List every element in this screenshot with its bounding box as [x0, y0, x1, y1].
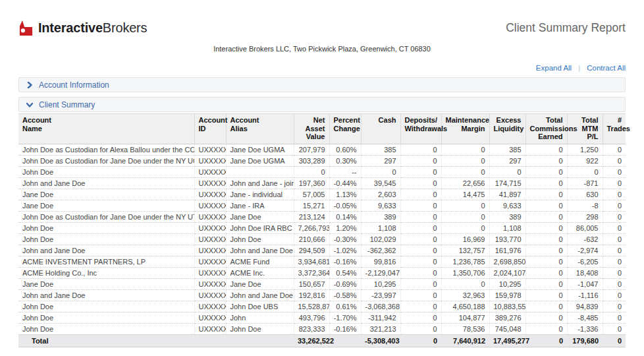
- cell-deposits-withdrawals: 0: [400, 155, 441, 166]
- cell-maintenance-margin: 16,969: [441, 233, 489, 245]
- cell-num-trades: 0: [603, 166, 626, 177]
- cell-percent-change: -0.44%: [329, 177, 361, 189]
- cell-total-mtm-pl: -2,974: [567, 245, 603, 256]
- cell-cash: -2,129,047: [361, 267, 400, 278]
- table-row: John DoeUXXXXXXJohn493,796-1.70%-311,942…: [18, 312, 626, 323]
- cell-net-asset-value: 213,124: [294, 211, 329, 222]
- table-row: John and Jane DoeUXXXXXXJohn and Jane Do…: [18, 245, 626, 256]
- table-row: ACME INVESTMENT PARTNERS, LPUXXXXXXACME …: [18, 256, 626, 267]
- cell-total-mtm-pl: 18,408: [567, 267, 603, 278]
- column-header-total-commissions: Total Commissions Earned: [525, 114, 567, 144]
- cell-total-commissions: 0: [525, 211, 567, 222]
- cell-total-commissions: 0: [525, 301, 567, 312]
- cell-deposits-withdrawals: 0: [400, 200, 441, 211]
- cell-maintenance-margin: 0: [441, 155, 489, 166]
- cell-cash: 9,633: [361, 200, 400, 211]
- cell-deposits-withdrawals: 0: [400, 301, 441, 312]
- cell-total-commissions: 0: [525, 166, 567, 177]
- cell-maintenance-margin: 104,877: [441, 312, 489, 323]
- total-cell-account-id: [194, 334, 226, 347]
- cell-percent-change: 0.61%: [329, 301, 361, 312]
- client-summary-report-page: InteractiveBrokers Client Summary Report…: [0, 17, 644, 347]
- cell-deposits-withdrawals: 0: [400, 144, 441, 155]
- cell-cash: 297: [361, 155, 400, 166]
- cell-account-id: UXXXXXX: [194, 166, 226, 177]
- cell-percent-change: 0.54%: [329, 267, 361, 278]
- cell-deposits-withdrawals: 0: [400, 211, 441, 222]
- cell-net-asset-value: 150,657: [294, 278, 329, 289]
- cell-num-trades: 0: [603, 211, 626, 222]
- cell-num-trades: 0: [603, 144, 626, 155]
- cell-cash: 389: [361, 211, 400, 222]
- cell-num-trades: 0: [603, 278, 626, 289]
- column-header-net-asset-value: Net Asset Value: [294, 114, 329, 144]
- cell-deposits-withdrawals: 0: [400, 245, 441, 256]
- cell-maintenance-margin: 78,536: [441, 323, 489, 334]
- cell-percent-change: 0.30%: [329, 155, 361, 166]
- cell-num-trades: 0: [603, 301, 626, 312]
- cell-account-name: ACME Holding Co., Inc: [18, 267, 194, 278]
- cell-excess-liquidity: 745,048: [489, 323, 525, 334]
- total-row: Total33,262,522-5,308,40307,640,91217,49…: [18, 334, 626, 347]
- cell-excess-liquidity: 41,897: [489, 189, 525, 200]
- cell-maintenance-margin: 0: [441, 200, 489, 211]
- column-header-num-trades: # Trades: [603, 114, 626, 144]
- cell-maintenance-margin: 22,656: [441, 177, 489, 189]
- cell-cash: -23,997: [361, 289, 400, 301]
- table-row: ACME Holding Co., IncUXXXXXXACME Inc.3,3…: [18, 267, 626, 278]
- cell-num-trades: 0: [603, 256, 626, 267]
- cell-excess-liquidity: 193,770: [489, 233, 525, 245]
- cell-net-asset-value: 0: [294, 166, 329, 177]
- cell-cash: 385: [361, 144, 400, 155]
- cell-total-mtm-pl: -1,116: [567, 289, 603, 301]
- cell-percent-change: 0.60%: [329, 144, 361, 155]
- section-client-summary[interactable]: Client Summary: [18, 97, 626, 112]
- expand-all-link[interactable]: Expand All: [536, 64, 572, 72]
- cell-num-trades: 0: [603, 323, 626, 334]
- section-label: Account Information: [39, 80, 109, 90]
- cell-percent-change: -0.16%: [329, 256, 361, 267]
- cell-maintenance-margin: 0: [441, 166, 489, 177]
- cell-account-name: ACME INVESTMENT PARTNERS, LP: [18, 256, 194, 267]
- cell-account-name: John Doe as Custodian for Jane Doe under…: [18, 211, 194, 222]
- cell-account-id: UXXXXXX: [194, 312, 226, 323]
- cell-maintenance-margin: 4,650,188: [441, 301, 489, 312]
- cell-net-asset-value: 3,934,681: [294, 256, 329, 267]
- table-header-row: Account NameAccount IDAccount AliasNet A…: [18, 114, 626, 144]
- cell-net-asset-value: 303,289: [294, 155, 329, 166]
- brand-light: Brokers: [103, 20, 148, 35]
- cell-account-alias: ACME Inc.: [226, 267, 294, 278]
- cell-account-name: John Doe: [18, 301, 194, 312]
- cell-account-alias: ACME Fund: [226, 256, 294, 267]
- cell-account-id: UXXXXXX: [194, 289, 226, 301]
- cell-cash: 10,295: [361, 278, 400, 289]
- cell-account-alias: Jane - IRA: [226, 200, 294, 211]
- cell-account-alias: Jane Doe: [226, 211, 294, 222]
- column-header-cash: Cash: [361, 114, 400, 144]
- cell-total-mtm-pl: 1,250: [567, 144, 603, 155]
- cell-deposits-withdrawals: 0: [400, 289, 441, 301]
- cell-account-name: Jane Doe: [18, 200, 194, 211]
- cell-excess-liquidity: 10,295: [489, 278, 525, 289]
- table-row: John DoeUXXXXXXJohn Doe210,666-0.30%102,…: [18, 233, 626, 245]
- section-label: Client Summary: [39, 100, 95, 109]
- cell-net-asset-value: 197,360: [294, 177, 329, 189]
- cell-account-alias: Jane Doe: [226, 278, 294, 289]
- cell-account-id: UXXXXXX: [194, 323, 226, 334]
- cell-excess-liquidity: 0: [489, 166, 525, 177]
- cell-maintenance-margin: 1,236,785: [441, 256, 489, 267]
- cell-account-name: John Doe: [18, 323, 194, 334]
- table-row: John DoeUXXXXXXJohn Doe IRA RBC7,266,793…: [18, 222, 626, 233]
- table-row: John Doe as Custodian for Jane Doe under…: [18, 155, 626, 166]
- cell-net-asset-value: 294,509: [294, 245, 329, 256]
- contract-all-link[interactable]: Contract All: [587, 64, 626, 72]
- cell-total-commissions: 0: [525, 189, 567, 200]
- cell-account-alias: John: [226, 312, 294, 323]
- cell-total-commissions: 0: [525, 144, 567, 155]
- section-account-information[interactable]: Account Information: [18, 77, 626, 92]
- cell-account-alias: John Doe UBS: [226, 301, 294, 312]
- chevron-down-icon: [26, 102, 33, 108]
- cell-maintenance-margin: 0: [441, 211, 489, 222]
- expand-contract-links: Expand All | Contract All: [18, 64, 626, 72]
- brand-bold: Interactive: [38, 20, 103, 35]
